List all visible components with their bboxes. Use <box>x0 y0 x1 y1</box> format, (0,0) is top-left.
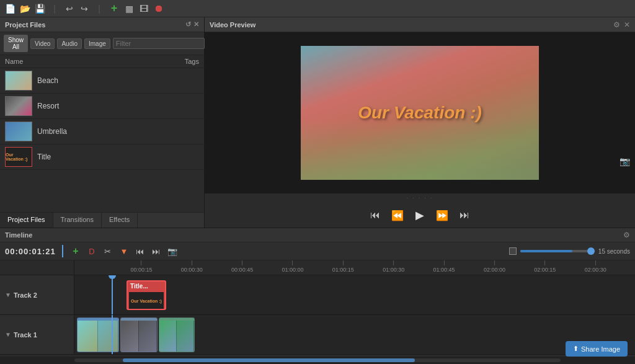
panel-header-icons: ↺ ✕ <box>185 20 199 29</box>
scrollbar-thumb[interactable] <box>123 358 414 362</box>
file-list-header: Name Tags <box>0 55 204 68</box>
scrollbar-row <box>0 357 635 364</box>
close-panel-icon[interactable]: ✕ <box>193 20 199 29</box>
filter-input[interactable] <box>113 38 205 49</box>
timeline-title: Timeline <box>5 231 32 239</box>
timecode-display: 00:00:01:21 <box>5 247 56 256</box>
filter-bar: Show All Video Audio Image ✕ <box>0 32 204 55</box>
track-2-arrow[interactable]: ▼ <box>5 291 11 298</box>
filter-show-all[interactable]: Show All <box>4 35 28 52</box>
file-list: Beach Resort Umbrella Our Vacation :) Ti… <box>0 68 204 212</box>
ruler-tick: 00:00:15 <box>130 260 152 273</box>
skip-start-tl-button[interactable]: ⏮ <box>134 245 146 257</box>
preview-header: Video Preview ⚙ ✕ <box>205 17 635 32</box>
video-title-overlay: Our Vacation :) <box>358 103 482 123</box>
timecode-cursor-indicator <box>62 245 63 257</box>
zoom-fill <box>520 250 572 252</box>
filter-audio[interactable]: Audio <box>57 38 82 49</box>
frame-cell <box>78 321 98 352</box>
horizontal-scrollbar[interactable] <box>74 358 561 362</box>
share-image-button[interactable]: ⬆ Share Image <box>566 341 628 357</box>
filmstrip-icon[interactable]: 🎞 <box>138 2 150 15</box>
file-name-resort: Resort <box>37 102 59 110</box>
track-1-arrow[interactable]: ▼ <box>5 331 11 338</box>
cut-button[interactable]: ✂ <box>102 245 114 257</box>
right-panel: Video Preview ⚙ ✕ Our Vacation :) 📷 · · … <box>205 17 635 228</box>
skip-to-end-button[interactable]: ⏭ <box>457 208 472 223</box>
left-panel: Project Files ↺ ✕ Show All Video Audio I… <box>0 17 205 228</box>
video-area: Our Vacation :) 📷 <box>205 32 635 193</box>
track-2-content[interactable]: Title... Our Vacation :) <box>74 275 635 314</box>
ruler-tick: 01:00:15 <box>332 260 354 273</box>
file-name-umbrella: Umbrella <box>37 127 67 136</box>
undo-icon[interactable]: ↩ <box>63 2 76 15</box>
tracks-container: ▼ Track 2 Title... Our Vacation :) ▼ Tra… <box>0 275 635 357</box>
frame-cell <box>121 321 139 352</box>
zoom-checkbox[interactable] <box>509 247 517 255</box>
refresh-icon[interactable]: ↺ <box>185 20 191 29</box>
preview-close-icon[interactable]: ✕ <box>624 20 630 29</box>
tab-transitions[interactable]: Transitions <box>53 213 102 228</box>
rewind-button[interactable]: ⏪ <box>390 208 405 223</box>
open-icon[interactable]: 📂 <box>19 2 31 15</box>
playback-controls: ⏮ ⏪ ▶ ⏩ ⏭ <box>205 203 635 228</box>
tab-project-files[interactable]: Project Files <box>0 213 53 228</box>
zoom-track[interactable] <box>520 250 595 252</box>
clip-frames-umbrella <box>159 321 194 352</box>
timeline-toolbar: 00:00:01:21 + D ✂ ▼ ⏮ ⏭ 📷 15 seconds <box>0 242 635 260</box>
cursor-head-2 <box>109 275 116 279</box>
file-item-beach[interactable]: Beach <box>0 68 204 94</box>
frame-cell <box>139 321 157 352</box>
video-clip-umbrella[interactable] <box>159 317 195 352</box>
track-row-1: ▼ Track 1 <box>0 315 635 355</box>
frame-cell <box>98 321 118 352</box>
add-track-button[interactable]: + <box>69 245 82 257</box>
clip-filmstrip-road <box>121 318 157 352</box>
timeline-settings-icon[interactable]: ⚙ <box>623 231 630 239</box>
ruler-tick: 00:00:45 <box>231 260 253 273</box>
track-1-name: Track 1 <box>14 331 37 339</box>
file-item-title[interactable]: Our Vacation :) Title <box>0 144 204 170</box>
skip-to-start-button[interactable]: ⏮ <box>368 208 383 223</box>
zoom-slider: 15 seconds <box>509 247 630 255</box>
project-files-header: Project Files ↺ ✕ <box>0 17 204 32</box>
redo-icon[interactable]: ↪ <box>78 2 91 15</box>
ruler-tick: 01:00:45 <box>433 260 455 273</box>
skip-end-tl-button[interactable]: ⏭ <box>150 245 162 257</box>
preview-settings-icon[interactable]: ⚙ <box>613 20 620 29</box>
ruler-tick: 01:00:30 <box>383 260 404 273</box>
panel-tabs: Project Files Transitions Effects <box>0 212 204 228</box>
clip-frames-road <box>121 321 157 352</box>
top-toolbar: 📄 📂 💾 | ↩ ↪ | + ▦ 🎞 ⏺ <box>0 0 635 17</box>
snapshot-button[interactable]: 📷 <box>166 245 179 257</box>
file-item-umbrella[interactable]: Umbrella <box>0 119 204 144</box>
ruler-ticks: 00:00:1500:00:3000:00:4501:00:0001:00:15… <box>74 260 635 275</box>
frame-cell <box>159 321 177 352</box>
filter-video[interactable]: Video <box>30 38 55 49</box>
file-thumb-resort <box>5 96 32 116</box>
video-clip-road[interactable] <box>120 317 158 352</box>
fast-forward-button[interactable]: ⏩ <box>435 208 450 223</box>
file-item-resort[interactable]: Resort <box>0 94 204 119</box>
save-icon[interactable]: 💾 <box>33 2 46 15</box>
separator: | <box>48 2 61 15</box>
record-icon[interactable]: ⏺ <box>153 2 165 15</box>
file-thumb-umbrella <box>5 122 32 141</box>
filter-image[interactable]: Image <box>84 38 110 49</box>
title-clip[interactable]: Title... Our Vacation :) <box>127 280 166 310</box>
zoom-thumb[interactable] <box>587 247 595 255</box>
ruler-tick: 02:00:15 <box>534 260 556 273</box>
filter-track-button[interactable]: ▼ <box>118 245 130 257</box>
grid-view-icon[interactable]: ▦ <box>123 2 135 15</box>
add-media-icon[interactable]: + <box>108 2 120 15</box>
play-button[interactable]: ▶ <box>412 208 427 223</box>
timeline-cursor-track2 <box>112 275 113 314</box>
screenshot-icon[interactable]: 📷 <box>619 156 630 166</box>
new-file-icon[interactable]: 📄 <box>4 2 16 15</box>
tab-effects[interactable]: Effects <box>102 213 138 228</box>
video-preview: Our Vacation :) <box>301 46 539 180</box>
file-thumb-title: Our Vacation :) <box>5 147 32 167</box>
remove-clip-button[interactable]: D <box>86 245 98 257</box>
preview-title: Video Preview <box>210 21 255 29</box>
track-1-content[interactable] <box>74 315 635 354</box>
